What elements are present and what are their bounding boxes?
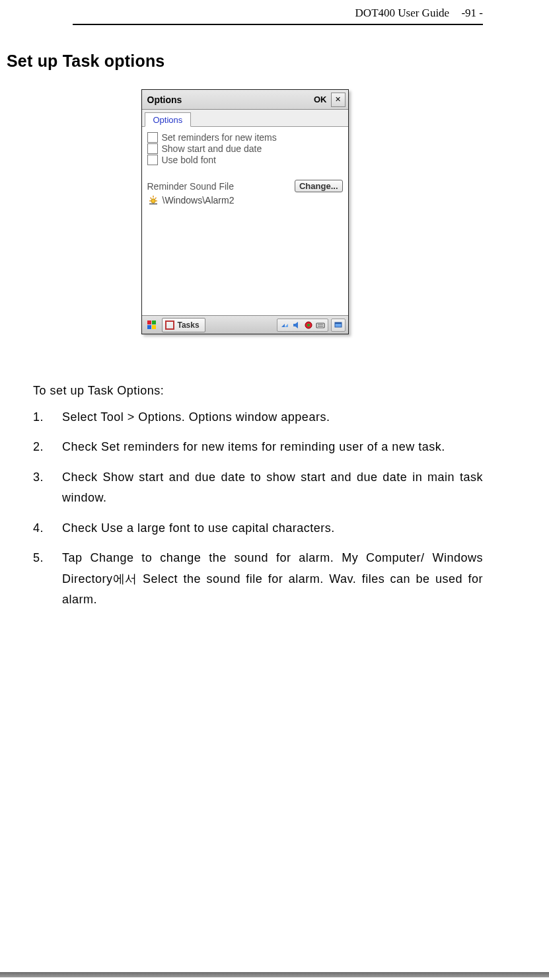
dialog-titlebar: Options OK [142, 90, 348, 110]
section-title: Set up Task options [7, 52, 483, 71]
footer-rule [0, 972, 549, 977]
taskbar-tasks-button[interactable]: Tasks [162, 318, 205, 332]
options-dialog-screenshot: Options OK Options Set reminders for new… [141, 89, 349, 334]
checkbox-label: Use bold font [162, 155, 217, 165]
taskbar: Tasks [142, 315, 348, 334]
checkbox-row-reminders[interactable]: Set reminders for new items [147, 132, 343, 143]
ok-button[interactable]: OK [311, 94, 330, 104]
svg-rect-9 [147, 325, 151, 329]
svg-rect-10 [152, 325, 156, 329]
alarm-icon [147, 195, 159, 206]
close-icon[interactable] [331, 93, 346, 107]
checkbox-icon[interactable] [147, 132, 158, 143]
taskbar-tasks-label: Tasks [178, 320, 200, 330]
instructions-block: To set up Task Options: 1.Select Tool > … [7, 381, 483, 611]
step-4: 4.Check Use a large font to use capital … [33, 518, 483, 539]
tab-row: Options [142, 110, 348, 127]
checkbox-label: Show start and due date [162, 143, 262, 154]
start-icon[interactable] [145, 319, 159, 332]
dialog-body: Set reminders for new items Show start a… [142, 127, 348, 315]
reminder-sound-label: Reminder Sound File [147, 181, 235, 192]
svg-point-0 [151, 199, 155, 203]
tray-network-icon[interactable] [280, 320, 289, 330]
change-button[interactable]: Change... [295, 180, 343, 192]
tray-status-icon[interactable] [304, 320, 313, 330]
tab-options[interactable]: Options [145, 112, 192, 127]
svg-rect-13 [316, 323, 324, 328]
svg-line-5 [155, 198, 156, 199]
tasks-icon [165, 320, 174, 330]
checkbox-row-showdates[interactable]: Show start and due date [147, 143, 343, 154]
tray-keyboard-icon[interactable] [316, 320, 325, 330]
step-3: 3.Check Show start and due date to show … [33, 467, 483, 509]
system-tray [277, 319, 328, 332]
tray-speaker-icon[interactable] [292, 320, 301, 330]
svg-point-12 [307, 324, 310, 326]
page-number: -91 - [461, 7, 483, 19]
checkbox-row-boldfont[interactable]: Use bold font [147, 155, 343, 165]
instructions-intro: To set up Task Options: [33, 381, 483, 402]
step-2: 2.Check Set reminders for new items for … [33, 437, 483, 458]
sound-path-value: \Windows\Alarm2 [163, 195, 235, 206]
dialog-title: Options [145, 94, 312, 105]
svg-rect-17 [335, 322, 342, 324]
checkbox-label: Set reminders for new items [162, 132, 277, 143]
show-desktop-icon[interactable] [331, 319, 346, 332]
step-5: 5.Tap Change to change the sound for ala… [33, 548, 483, 611]
svg-rect-7 [147, 320, 151, 324]
svg-rect-8 [152, 320, 156, 324]
page-header: DOT400 User Guide -91 - [73, 0, 483, 25]
svg-rect-6 [149, 204, 157, 205]
doc-title: DOT400 User Guide [355, 7, 450, 19]
step-1: 1.Select Tool > Options. Options window … [33, 407, 483, 428]
checkbox-icon[interactable] [147, 143, 158, 154]
checkbox-icon[interactable] [147, 155, 158, 165]
svg-line-4 [150, 198, 151, 199]
